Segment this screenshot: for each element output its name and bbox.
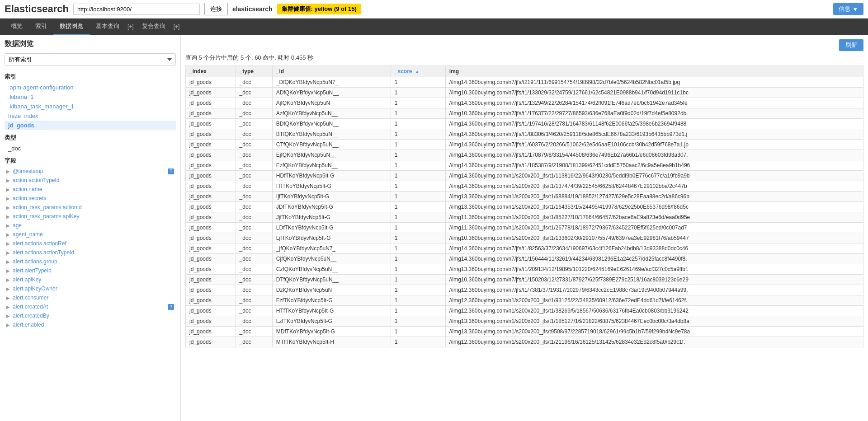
refresh-button[interactable]: 刷新 xyxy=(839,39,863,51)
table-row[interactable]: jd_goods _doc MDfTKoYBfdyvNcp5It-G 1 //i… xyxy=(186,327,863,337)
table-row[interactable]: jd_goods _doc LjfTKoYBfdyvNcp5It-G 1 //i… xyxy=(186,233,863,243)
sidebar-type-doc[interactable]: _doc xyxy=(5,144,176,153)
cell-img: //img14.360buyimg.com/n7/jfs/t1/170879/8… xyxy=(445,150,863,160)
app-title: Elasticsearch xyxy=(5,3,69,15)
field-item[interactable]: ▶ @timestamp ? xyxy=(5,167,176,176)
col-id[interactable]: _id xyxy=(272,66,391,77)
field-name: @timestamp xyxy=(13,168,168,174)
index-select[interactable]: 所有索引 xyxy=(5,53,176,65)
sidebar-item-apm[interactable]: .apm-agent-configuration xyxy=(5,83,176,92)
col-score[interactable]: _score ▲ xyxy=(391,66,445,77)
cell-img: //img10.360buyimg.com/n7/jfs/t1/133029/3… xyxy=(445,88,863,98)
cell-id: DzfQKoYBfdyvNcp5uN__ xyxy=(272,285,391,295)
cell-index: jd_goods xyxy=(186,150,236,160)
nav-data-browse[interactable]: 数据浏览 xyxy=(53,19,90,35)
field-item[interactable]: ▶ alert.actions.actionTypeId xyxy=(5,248,176,257)
nav-complex-query[interactable]: 复合查询 xyxy=(136,19,172,35)
nav-complex-add[interactable]: [+] xyxy=(172,20,182,33)
cell-index: jd_goods xyxy=(186,337,236,347)
field-item[interactable]: ▶ alert.alertTypeId xyxy=(5,266,176,275)
url-input[interactable] xyxy=(73,4,200,15)
cell-type: _doc xyxy=(236,129,272,140)
field-item[interactable]: ▶ action_task_params.actionId xyxy=(5,203,176,212)
cell-index: jd_goods xyxy=(186,129,236,140)
field-item[interactable]: ▶ alert.consumer xyxy=(5,293,176,302)
field-item[interactable]: ▶ action_task_params.apiKey xyxy=(5,212,176,221)
sidebar-item-heze[interactable]: heze_index xyxy=(5,111,176,121)
cell-index: jd_goods xyxy=(186,264,236,275)
nav-index[interactable]: 索引 xyxy=(29,19,53,35)
sidebar-item-kibana-task[interactable]: .kibana_task_manager_1 xyxy=(5,102,176,111)
table-row[interactable]: jd_goods _doc ITfTKoYBfdyvNcp5It-G 1 //i… xyxy=(186,181,863,192)
table-row[interactable]: jd_goods _doc DTfQKoYBfdyvNcp5uN__ 1 //i… xyxy=(186,275,863,285)
nav-basic-query[interactable]: 基本查询 xyxy=(90,19,126,35)
nav-basic-add[interactable]: [+] xyxy=(126,20,136,33)
cell-id: BDfQKoYBfdyvNcp5uN__ xyxy=(272,119,391,129)
field-item[interactable]: ▶ alert.apiKey xyxy=(5,275,176,284)
table-row[interactable]: jd_goods _doc ADfQKoYBfdyvNcp5uN__ 1 //i… xyxy=(186,88,863,98)
info-button[interactable]: 信息 ▼ xyxy=(833,3,863,15)
cell-score: 1 xyxy=(391,243,445,254)
field-item[interactable]: ▶ alert.apiKeyOwner xyxy=(5,284,176,293)
table-row[interactable]: jd_goods _doc EjfQKoYBfdyvNcp5uN__ 1 //i… xyxy=(186,150,863,160)
table-row[interactable]: jd_goods _doc JjfTKoYBfdyvNcp5It-G 1 //i… xyxy=(186,212,863,223)
table-row[interactable]: jd_goods _doc MTfTKoYBfdyvNcp5It-H 1 //i… xyxy=(186,337,863,347)
field-item[interactable]: ▶ alert.createdAt ? xyxy=(5,302,176,311)
field-item[interactable]: ▶ action.name xyxy=(5,185,176,194)
field-name: alert.createdAt xyxy=(13,304,168,310)
field-item[interactable]: ▶ alert.actions.actionRef xyxy=(5,239,176,248)
table-row[interactable]: jd_goods _doc DzfQKoYBfdyvNcp5uN__ 1 //i… xyxy=(186,285,863,295)
field-item[interactable]: ▶ alert.enabled xyxy=(5,320,176,329)
cell-img: //img13.360buyimg.com/n1/s200x200_jfs/t1… xyxy=(445,202,863,212)
field-item[interactable]: ▶ agent_name xyxy=(5,230,176,239)
cell-id: EzfQKoYBfdyvNcp5uN__ xyxy=(272,160,391,171)
field-item[interactable]: ▶ action.secrets xyxy=(5,194,176,203)
table-row[interactable]: jd_goods _doc CTfQKoYBfdyvNcp5uN__ 1 //i… xyxy=(186,140,863,150)
table-row[interactable]: jd_goods _doc CjfQKoYBfdyvNcp5uN__ 1 //i… xyxy=(186,254,863,264)
table-row[interactable]: jd_goods _doc BDfQKoYBfdyvNcp5uN__ 1 //i… xyxy=(186,119,863,129)
table-row[interactable]: jd_goods _doc BTfQKoYBfdyvNcp5uN__ 1 //i… xyxy=(186,129,863,140)
field-item[interactable]: ▶ alert.createdBy xyxy=(5,311,176,320)
table-row[interactable]: jd_goods _doc _jfQKoYBfdyvNcp5uN7_ 1 //i… xyxy=(186,243,863,254)
table-row[interactable]: jd_goods _doc EzfQKoYBfdyvNcp5uN__ 1 //i… xyxy=(186,160,863,171)
table-body: jd_goods _doc _DfQKoYBfdyvNcp5uN7_ 1 //i… xyxy=(186,77,863,347)
field-expand-arrow: ▶ xyxy=(6,313,12,318)
table-row[interactable]: jd_goods _doc HTfTKoYBfdyvNcp5It-G 1 //i… xyxy=(186,306,863,316)
info-label: 信息 xyxy=(839,5,850,13)
table-row[interactable]: jd_goods _doc LDfTKoYBfdyvNcp5It-G 1 //i… xyxy=(186,223,863,233)
cell-score: 1 xyxy=(391,295,445,306)
cell-id: MDfTKoYBfdyvNcp5It-G xyxy=(272,327,391,337)
cell-img: //img14.360buyimg.com/n7/jfs/t1/185387/9… xyxy=(445,160,863,171)
table-row[interactable]: jd_goods _doc AjfQKoYBfdyvNcp5uN__ 1 //i… xyxy=(186,98,863,108)
col-img[interactable]: img xyxy=(445,66,863,77)
col-index[interactable]: _index xyxy=(186,66,236,77)
field-item[interactable]: ▶ action.actionTypeId xyxy=(5,176,176,185)
cell-index: jd_goods xyxy=(186,212,236,223)
table-row[interactable]: jd_goods _doc LzfTKoYBfdyvNcp5It-G 1 //i… xyxy=(186,316,863,327)
table-row[interactable]: jd_goods _doc CzfQKoYBfdyvNcp5uN__ 1 //i… xyxy=(186,264,863,275)
cell-id: CzfQKoYBfdyvNcp5uN__ xyxy=(272,264,391,275)
nav-overview[interactable]: 概览 xyxy=(5,19,29,35)
connect-button[interactable]: 连接 xyxy=(204,3,228,15)
cell-score: 1 xyxy=(391,233,445,243)
sidebar-item-kibana[interactable]: .kibana_1 xyxy=(5,92,176,102)
cell-type: _doc xyxy=(236,140,272,150)
table-row[interactable]: jd_goods _doc IjfTKoYBfdyvNcp5It-G 1 //i… xyxy=(186,192,863,202)
query-info: 查询 5 个分片中用的 5 个. 60 命中. 耗时 0.455 秒 xyxy=(185,54,863,62)
field-item[interactable]: ▶ alert.actions.group xyxy=(5,257,176,266)
table-row[interactable]: jd_goods _doc FzfTKoYBfdyvNcp5It-G 1 //i… xyxy=(186,295,863,306)
field-name: alert.apiKey xyxy=(13,276,174,283)
table-row[interactable]: jd_goods _doc _DfQKoYBfdyvNcp5uN7_ 1 //i… xyxy=(186,77,863,88)
table-row[interactable]: jd_goods _doc JDfTKoYBfdyvNcp5It-G 1 //i… xyxy=(186,202,863,212)
field-item[interactable]: ▶ age xyxy=(5,221,176,230)
table-row[interactable]: jd_goods _doc AzfQKoYBfdyvNcp5uN__ 1 //i… xyxy=(186,108,863,119)
cell-type: _doc xyxy=(236,337,272,347)
cell-index: jd_goods xyxy=(186,285,236,295)
col-type[interactable]: _type xyxy=(236,66,272,77)
cell-img: //img13.360buyimg.com/n1/s200x200_jfs/t1… xyxy=(445,192,863,202)
sidebar-item-jd-goods[interactable]: jd_goods xyxy=(5,121,176,130)
cell-id: EjfQKoYBfdyvNcp5uN__ xyxy=(272,150,391,160)
table-row[interactable]: jd_goods _doc HDfTKoYBfdyvNcp5It-G 1 //i… xyxy=(186,171,863,181)
cell-id: LDfTKoYBfdyvNcp5It-G xyxy=(272,223,391,233)
cell-index: jd_goods xyxy=(186,233,236,243)
